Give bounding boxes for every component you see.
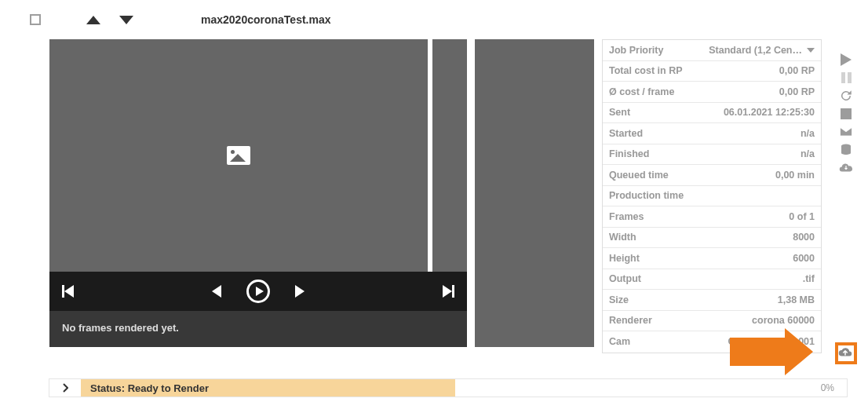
prev-frame-button[interactable] bbox=[212, 285, 221, 298]
info-label: Frames bbox=[609, 211, 644, 222]
info-row: Ø cost / frame0,00 RP bbox=[603, 82, 821, 103]
info-value: 0,00 RP bbox=[779, 86, 815, 97]
rail-mail-icon[interactable] bbox=[839, 126, 853, 138]
info-label: Width bbox=[609, 232, 636, 243]
job-info-table: Job PriorityStandard (1,2 Cen…Total cost… bbox=[602, 39, 822, 353]
status-bar: Status: Ready to Render 0% bbox=[49, 378, 848, 397]
info-row[interactable]: Job PriorityStandard (1,2 Cen… bbox=[603, 40, 821, 61]
next-frame-button[interactable] bbox=[295, 285, 305, 298]
info-row: Frames0 of 1 bbox=[603, 206, 821, 228]
header: max2020coronaTest.max bbox=[0, 0, 868, 39]
rail-refresh-icon[interactable] bbox=[839, 90, 853, 102]
info-row: Queued time0,00 min bbox=[603, 165, 821, 186]
info-label: Started bbox=[609, 128, 643, 139]
status-percent: 0% bbox=[821, 382, 847, 393]
info-label: Cam bbox=[609, 336, 630, 347]
info-value: corona 60000 bbox=[752, 315, 815, 326]
info-label: Job Priority bbox=[609, 45, 663, 56]
info-row: Total cost in RP0,00 RP bbox=[603, 61, 821, 82]
preview-main bbox=[49, 39, 467, 272]
callout-arrow-icon bbox=[730, 328, 832, 375]
info-label: Output bbox=[609, 273, 641, 284]
info-value: 6000 bbox=[793, 253, 815, 264]
info-row: Height6000 bbox=[603, 248, 821, 269]
info-label: Size bbox=[609, 294, 629, 305]
info-row: Sent06.01.2021 12:25:30 bbox=[603, 103, 821, 124]
status-text: Status: Ready to Render bbox=[81, 379, 455, 397]
action-rail bbox=[838, 53, 854, 174]
preview-large[interactable] bbox=[49, 39, 428, 272]
status-expand-button[interactable] bbox=[49, 383, 81, 393]
info-label: Total cost in RP bbox=[609, 65, 683, 76]
info-value: n/a bbox=[801, 128, 815, 139]
info-value: 06.01.2021 12:25:30 bbox=[724, 107, 815, 118]
play-button[interactable] bbox=[246, 280, 270, 303]
info-row: Startedn/a bbox=[603, 123, 821, 144]
info-row: Width8000 bbox=[603, 228, 821, 249]
info-value: .tif bbox=[803, 273, 815, 284]
info-label: Height bbox=[609, 253, 640, 264]
info-value: 1,38 MB bbox=[778, 294, 815, 305]
cloud-upload-button[interactable] bbox=[838, 346, 852, 362]
sort-arrows bbox=[86, 16, 133, 24]
rail-play-icon[interactable] bbox=[839, 53, 853, 66]
info-value: Standard (1,2 Cen… bbox=[709, 45, 815, 56]
info-label: Queued time bbox=[609, 170, 669, 181]
player-bar bbox=[49, 272, 467, 311]
info-row: Finishedn/a bbox=[603, 144, 821, 166]
info-label: Ø cost / frame bbox=[609, 86, 674, 97]
info-value: 0 of 1 bbox=[789, 211, 815, 222]
preview-strip[interactable] bbox=[432, 39, 467, 272]
chevron-down-icon bbox=[807, 48, 815, 53]
info-label: Production time bbox=[609, 190, 684, 201]
rail-database-icon[interactable] bbox=[839, 144, 853, 156]
info-label: Sent bbox=[609, 107, 630, 118]
info-value: 0,00 RP bbox=[779, 65, 815, 76]
preview-secondary[interactable] bbox=[475, 39, 594, 347]
info-row: Size1,38 MB bbox=[603, 290, 821, 311]
preview-column: No frames rendered yet. bbox=[49, 39, 467, 353]
rail-stop-icon[interactable] bbox=[839, 108, 853, 120]
skip-last-button[interactable] bbox=[443, 285, 454, 298]
info-value: 8000 bbox=[793, 232, 815, 243]
select-checkbox[interactable] bbox=[30, 14, 41, 25]
info-label: Renderer bbox=[609, 315, 652, 326]
skip-first-button[interactable] bbox=[62, 285, 74, 298]
info-value: n/a bbox=[801, 148, 815, 159]
info-label: Finished bbox=[609, 148, 649, 159]
main-content: No frames rendered yet. Job PriorityStan… bbox=[0, 39, 868, 353]
rail-pause-icon[interactable] bbox=[839, 71, 853, 84]
no-frames-message: No frames rendered yet. bbox=[49, 311, 467, 347]
image-placeholder-icon bbox=[227, 146, 250, 165]
info-row: Output.tif bbox=[603, 269, 821, 291]
info-value: 0,00 min bbox=[775, 170, 815, 181]
rail-download-icon[interactable] bbox=[839, 162, 853, 174]
sort-down-icon[interactable] bbox=[119, 16, 133, 24]
file-name: max2020coronaTest.max bbox=[201, 13, 331, 26]
info-row: Production time bbox=[603, 186, 821, 207]
sort-up-icon[interactable] bbox=[86, 16, 100, 24]
